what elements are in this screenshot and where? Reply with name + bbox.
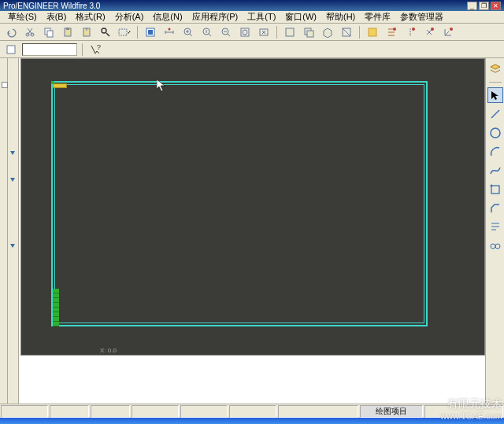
zoom-fit-button[interactable] bbox=[180, 25, 196, 39]
datum-axis-toggle[interactable] bbox=[402, 25, 418, 39]
window-controls: _ ❐ ✕ bbox=[467, 2, 501, 10]
undo-button[interactable] bbox=[3, 25, 19, 39]
svg-point-25 bbox=[431, 28, 434, 31]
canvas-container: X: 0.0 bbox=[19, 58, 485, 404]
origin-grip-icon[interactable] bbox=[51, 81, 54, 84]
ruler-marker-icon bbox=[10, 178, 15, 182]
view4-button[interactable] bbox=[339, 25, 354, 39]
find-button[interactable] bbox=[98, 25, 113, 39]
copy-button[interactable] bbox=[41, 25, 57, 39]
minimize-button[interactable]: _ bbox=[467, 2, 477, 10]
view1-button[interactable] bbox=[282, 25, 298, 39]
maximize-button[interactable]: ❐ bbox=[479, 2, 489, 10]
chamfer-button[interactable] bbox=[487, 201, 503, 216]
statusbar: 绘图项目 bbox=[0, 404, 504, 418]
svg-point-24 bbox=[412, 28, 415, 31]
separator bbox=[489, 82, 502, 83]
svg-point-16 bbox=[243, 30, 247, 35]
dimension-button[interactable] bbox=[161, 25, 177, 39]
svg-point-7 bbox=[102, 28, 106, 33]
spline-button[interactable] bbox=[487, 163, 503, 179]
chain-button[interactable] bbox=[487, 238, 503, 254]
svg-point-11 bbox=[169, 28, 171, 30]
menu-window[interactable]: 窗口(W) bbox=[280, 11, 321, 23]
svg-rect-18 bbox=[286, 28, 294, 36]
csys-toggle[interactable] bbox=[440, 25, 456, 39]
mode-button[interactable] bbox=[3, 42, 19, 57]
vertical-ruler bbox=[8, 58, 19, 404]
origin-mark-icon bbox=[53, 83, 67, 88]
taskbar[interactable] bbox=[0, 418, 504, 424]
blank-area bbox=[38, 356, 466, 404]
whats-this-button[interactable]: ? bbox=[87, 42, 103, 57]
refit-button[interactable] bbox=[256, 25, 272, 39]
left-panel-handle[interactable] bbox=[0, 58, 8, 404]
select-arrow-button[interactable] bbox=[487, 87, 503, 103]
status-cell-3 bbox=[91, 405, 130, 418]
menu-format[interactable]: 格式(R) bbox=[71, 11, 109, 23]
datum-plane-toggle[interactable] bbox=[384, 25, 399, 39]
highlight-button[interactable] bbox=[365, 25, 380, 39]
cut-button[interactable] bbox=[22, 25, 38, 39]
svg-rect-3 bbox=[47, 31, 53, 37]
svg-text:?: ? bbox=[97, 44, 101, 51]
view2-button[interactable] bbox=[301, 25, 317, 39]
drawing-sheet-inner-border bbox=[54, 84, 424, 323]
menu-parts-lib[interactable]: 零件库 bbox=[360, 11, 395, 23]
select-mode-button[interactable] bbox=[117, 25, 132, 39]
zoom-out-button[interactable] bbox=[218, 25, 234, 39]
scale-bar-icon bbox=[53, 289, 59, 326]
menu-analysis[interactable]: 分析(A) bbox=[110, 11, 149, 23]
layers-button[interactable] bbox=[487, 61, 503, 77]
svg-rect-10 bbox=[148, 30, 153, 35]
svg-point-33 bbox=[495, 244, 500, 249]
coord-readout: X: 0.0 bbox=[100, 347, 117, 354]
separator bbox=[82, 43, 83, 56]
watermark-line2: www.1CAE.com bbox=[440, 411, 502, 421]
svg-point-26 bbox=[450, 28, 453, 31]
svg-point-23 bbox=[393, 28, 396, 31]
cursor-icon bbox=[157, 79, 166, 92]
zoom-in-button[interactable] bbox=[199, 25, 215, 39]
menu-tools[interactable]: 工具(T) bbox=[243, 11, 280, 23]
box-button[interactable] bbox=[487, 182, 503, 197]
close-button[interactable]: ✕ bbox=[491, 2, 501, 10]
view3-button[interactable] bbox=[320, 25, 335, 39]
line-button[interactable] bbox=[487, 106, 503, 122]
ruler-marker-icon bbox=[10, 151, 15, 155]
separator bbox=[137, 26, 138, 39]
menu-param-mgr[interactable]: 参数管理器 bbox=[395, 11, 448, 23]
svg-rect-20 bbox=[307, 31, 313, 37]
workarea: X: 0.0 bbox=[0, 58, 504, 404]
svg-rect-27 bbox=[7, 46, 15, 53]
svg-rect-8 bbox=[119, 29, 127, 35]
menu-applications[interactable]: 应用程序(P) bbox=[187, 11, 243, 23]
note-button[interactable] bbox=[487, 219, 503, 235]
status-cell-4 bbox=[132, 405, 179, 418]
scale-input[interactable] bbox=[22, 43, 77, 56]
titlebar: Pro/ENGINEER Wildfire 3.0 _ ❐ ✕ bbox=[0, 0, 504, 11]
menu-table[interactable]: 表(B) bbox=[42, 11, 72, 23]
status-cell-message bbox=[278, 405, 358, 418]
ruler-marker-icon bbox=[10, 244, 15, 248]
status-cell-6 bbox=[229, 405, 276, 418]
status-project: 绘图项目 bbox=[360, 405, 423, 418]
arc-button[interactable] bbox=[487, 144, 503, 160]
datum-point-toggle[interactable] bbox=[421, 25, 437, 39]
sketch-plane-button[interactable] bbox=[143, 25, 158, 39]
menu-info[interactable]: 信息(N) bbox=[148, 11, 187, 23]
watermark-line1: 有限元技术 bbox=[440, 397, 502, 411]
zoom-window-button[interactable] bbox=[237, 25, 253, 39]
menubar: 草绘(S) 表(B) 格式(R) 分析(A) 信息(N) 应用程序(P) 工具(… bbox=[0, 11, 504, 24]
status-cell-5 bbox=[180, 405, 228, 418]
circle-button[interactable] bbox=[487, 125, 503, 141]
paste-special-button[interactable] bbox=[79, 25, 94, 39]
drawing-sheet-border bbox=[51, 81, 428, 326]
paste-button[interactable] bbox=[60, 25, 76, 39]
svg-point-29 bbox=[491, 128, 500, 138]
status-cell-1 bbox=[1, 405, 48, 418]
svg-rect-22 bbox=[369, 28, 376, 36]
menu-help[interactable]: 帮助(H) bbox=[321, 11, 360, 23]
menu-sketch[interactable]: 草绘(S) bbox=[3, 11, 42, 23]
drawing-canvas[interactable]: X: 0.0 bbox=[20, 58, 485, 356]
